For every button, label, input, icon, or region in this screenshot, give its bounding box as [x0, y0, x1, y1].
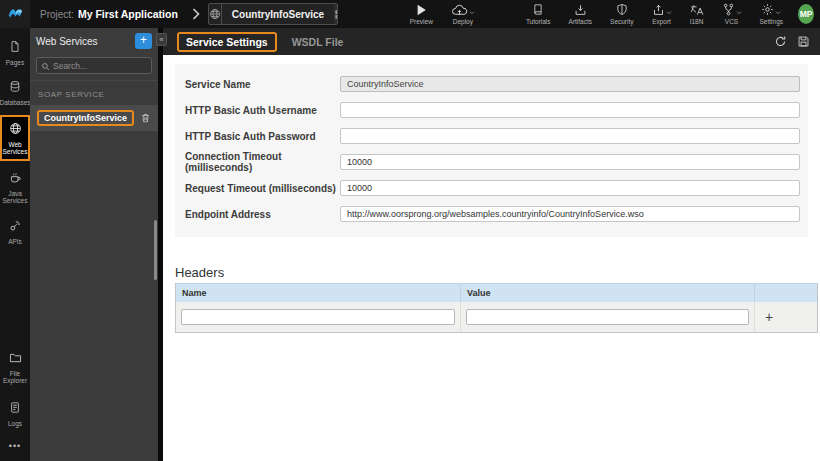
sidebar-item-file-explorer[interactable]: File Explorer [0, 345, 30, 389]
settings-label: Settings [760, 18, 784, 25]
i18n-icon [690, 4, 704, 16]
panel-header: Web Services + [30, 28, 158, 54]
service-settings-content: Service Name HTTP Basic Auth Username HT… [163, 55, 820, 461]
panel-scrollbar[interactable] [154, 220, 157, 280]
sidebar-item-logs[interactable]: Logs [0, 395, 30, 431]
project-label: Project: [40, 9, 74, 20]
rail-top-group: Pages Databases [0, 34, 30, 249]
request-timeout-field[interactable] [340, 180, 800, 196]
preview-button[interactable]: Preview [410, 4, 433, 25]
form-row-endpoint-address: Endpoint Address [175, 201, 808, 227]
security-button[interactable]: Security [610, 3, 633, 25]
headers-table-header-row: Name Value [176, 283, 817, 302]
project-breadcrumb: Project: My First Application [40, 8, 178, 20]
sidebar-item-label: Databases [0, 99, 31, 106]
panel-title: Web Services [36, 36, 135, 47]
tutorials-icon [532, 3, 544, 16]
form-row-password: HTTP Basic Auth Password [175, 123, 808, 149]
search-icon [41, 57, 50, 75]
left-nav-rail: Pages Databases [0, 28, 30, 461]
form-row-service-name: Service Name [175, 71, 808, 97]
sidebar-item-web-services[interactable]: Web Services [0, 115, 30, 161]
chevron-down-icon [736, 11, 742, 15]
http-basic-auth-password-field[interactable] [340, 128, 800, 144]
sidebar-item-label: APIs [8, 238, 22, 245]
connection-timeout-field[interactable] [340, 154, 800, 170]
preview-icon [416, 4, 427, 16]
headers-table-row: + [176, 302, 817, 332]
sidebar-item-apis[interactable]: APIs [0, 213, 30, 249]
vcs-button[interactable]: VCS [722, 3, 742, 25]
settings-icon [761, 3, 774, 16]
pages-icon [9, 39, 21, 57]
security-label: Security [610, 18, 633, 25]
i18n-label: I18N [690, 18, 704, 25]
sidebar-item-java-services[interactable]: Java Services [0, 165, 30, 209]
headers-section-title: Headers [175, 265, 224, 280]
main-area: Service Settings WSDL File Service Na [163, 28, 820, 461]
section-label-soap-service: SOAP SERVICE [30, 81, 158, 105]
sidebar-item-pages[interactable]: Pages [0, 34, 30, 70]
tab-service-settings[interactable]: Service Settings [177, 32, 277, 52]
artifacts-icon [574, 4, 587, 16]
form-row-connection-timeout: Connection Timeout (milliseconds) [175, 149, 808, 175]
search-input[interactable] [53, 61, 147, 71]
globe-icon [209, 4, 222, 24]
top-bar: Project: My First Application CountryInf… [0, 0, 820, 28]
add-header-row-button[interactable]: + [760, 310, 773, 324]
headers-table: Name Value + [175, 283, 818, 333]
add-service-button[interactable]: + [135, 33, 152, 49]
service-search [36, 57, 152, 74]
export-label: Export [652, 18, 671, 25]
project-name: My First Application [78, 8, 178, 20]
header-actions-cell: + [755, 302, 817, 332]
chevron-right-icon [192, 8, 200, 20]
logo-icon [7, 5, 24, 24]
save-icon[interactable] [797, 35, 810, 48]
artifacts-button[interactable]: Artifacts [569, 4, 592, 25]
export-icon [652, 4, 665, 16]
trash-icon[interactable] [140, 112, 151, 124]
refresh-icon[interactable] [774, 35, 787, 48]
grid-icon[interactable] [334, 4, 338, 24]
collapse-panel-button[interactable]: « [156, 33, 167, 46]
export-button[interactable]: Export [652, 4, 672, 25]
column-header-name: Name [176, 284, 461, 302]
sidebar-item-label: Java Services [1, 190, 29, 205]
web-services-icon [9, 121, 22, 139]
service-name-highlight[interactable]: CountryInfoService [37, 110, 134, 126]
endpoint-address-field[interactable] [340, 206, 800, 222]
tutorials-button[interactable]: Tutorials [526, 3, 551, 25]
field-label: HTTP Basic Auth Username [185, 105, 340, 116]
logs-icon [9, 400, 21, 418]
app-window: Project: My First Application CountryInf… [0, 0, 820, 461]
web-services-panel: Web Services + SOAP SERVICE CountryInfoS… [30, 28, 158, 461]
service-settings-form: Service Name HTTP Basic Auth Username HT… [175, 64, 808, 237]
chevron-down-icon [469, 11, 475, 15]
open-service-tab[interactable]: CountryInfoService [208, 3, 338, 25]
vcs-label: VCS [725, 18, 738, 25]
header-value-input[interactable] [466, 309, 749, 325]
service-list-item-countryinfoservice[interactable]: CountryInfoService [30, 105, 158, 131]
user-avatar[interactable]: MP [798, 4, 814, 24]
sidebar-item-label: Logs [8, 420, 22, 427]
header-name-input[interactable] [181, 309, 455, 325]
file-explorer-icon [9, 350, 22, 368]
field-label: HTTP Basic Auth Password [185, 131, 340, 142]
settings-button[interactable]: Settings [760, 3, 784, 25]
sidebar-item-label: Web Services [2, 141, 28, 156]
vcs-icon [722, 3, 735, 16]
java-services-icon [9, 170, 22, 188]
tab-wsdl-file[interactable]: WSDL File [292, 36, 344, 48]
i18n-button[interactable]: I18N [690, 4, 704, 25]
app-logo[interactable] [0, 0, 30, 28]
chevron-down-icon [666, 11, 672, 15]
column-header-actions [755, 284, 817, 302]
service-tab-bar: Service Settings WSDL File [163, 28, 820, 55]
sidebar-item-databases[interactable]: Databases [0, 74, 30, 110]
deploy-button[interactable]: Deploy [451, 4, 475, 25]
databases-icon [9, 79, 21, 97]
form-row-request-timeout: Request Timeout (milliseconds) [175, 175, 808, 201]
more-options-button[interactable]: ••• [0, 437, 30, 457]
http-basic-auth-username-field[interactable] [340, 102, 800, 118]
